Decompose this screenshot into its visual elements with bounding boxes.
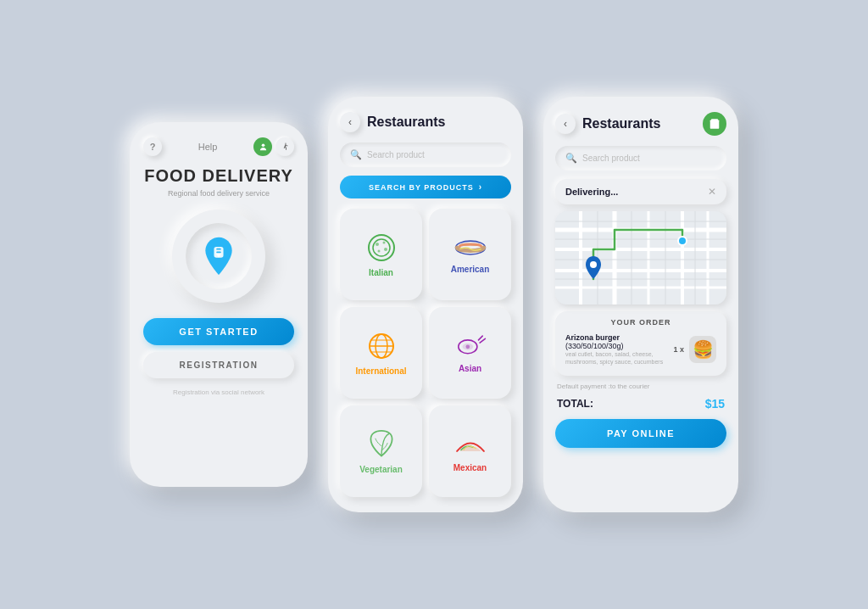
svg-line-20 bbox=[480, 338, 485, 343]
location-inner-circle bbox=[186, 223, 252, 289]
globe-icon bbox=[366, 331, 397, 361]
total-amount: $15 bbox=[705, 397, 725, 411]
screen3-search-placeholder: Search product bbox=[582, 154, 640, 163]
register-note: Registration via social network bbox=[173, 388, 264, 396]
svg-point-41 bbox=[678, 237, 687, 245]
screen3-title: Restaurants bbox=[582, 116, 696, 131]
filter-arrow-icon: › bbox=[479, 182, 482, 192]
delivering-label: Delivering... bbox=[565, 187, 618, 197]
filter-button[interactable]: SEARCH BY PRODUCTS › bbox=[340, 176, 511, 198]
screen3-search-bar[interactable]: 🔍 Search product bbox=[555, 146, 726, 170]
category-american[interactable]: American bbox=[429, 209, 511, 300]
pizza-icon bbox=[366, 232, 397, 263]
international-label: International bbox=[355, 366, 406, 376]
delivering-banner: Delivering... ✕ bbox=[555, 179, 726, 204]
screen3-header: ‹ Restaurants bbox=[555, 112, 726, 136]
search-placeholder: Search product bbox=[367, 150, 425, 159]
hotdog-icon bbox=[454, 236, 487, 260]
svg-point-8 bbox=[382, 241, 385, 243]
svg-point-0 bbox=[261, 143, 264, 147]
svg-line-19 bbox=[478, 336, 482, 340]
category-international[interactable]: International bbox=[340, 307, 422, 399]
category-mexican[interactable]: Mexican bbox=[429, 405, 511, 497]
question-button[interactable]: ? bbox=[143, 137, 162, 156]
categories-grid: Italian American bbox=[340, 209, 511, 497]
location-indicator bbox=[172, 210, 265, 303]
walk-icon[interactable] bbox=[275, 137, 294, 156]
screen2-header: ‹ Restaurants bbox=[340, 112, 511, 132]
svg-point-9 bbox=[384, 248, 387, 251]
search-icon: 🔍 bbox=[350, 149, 362, 160]
asian-label: Asian bbox=[459, 364, 481, 373]
svg-rect-4 bbox=[216, 251, 221, 253]
svg-point-42 bbox=[590, 261, 597, 268]
search-bar[interactable]: 🔍 Search product bbox=[340, 142, 511, 167]
app-title: FOOD DELIVERY bbox=[144, 166, 293, 185]
order-item-info: Arizona burger (330/50/100/30g) veal cut… bbox=[565, 333, 668, 366]
your-order-label: YOUR ORDER bbox=[565, 318, 716, 327]
vegetarian-label: Vegetarian bbox=[359, 465, 403, 474]
category-italian[interactable]: Italian bbox=[340, 209, 422, 300]
category-asian[interactable]: Asian bbox=[429, 307, 511, 399]
sushi-icon bbox=[454, 333, 487, 359]
close-button[interactable]: ✕ bbox=[708, 186, 716, 198]
screen2-title: Restaurants bbox=[367, 115, 511, 130]
order-item-name: Arizona burger bbox=[565, 333, 668, 342]
italian-label: Italian bbox=[369, 268, 393, 277]
screen3-back-button[interactable]: ‹ bbox=[555, 114, 576, 134]
payment-note: Default payment :to the courier bbox=[555, 383, 726, 390]
svg-point-21 bbox=[465, 344, 470, 349]
app-subtitle: Regional food delivery service bbox=[168, 188, 270, 199]
registration-button[interactable]: REGISTRATION bbox=[143, 352, 294, 378]
order-item-description: (330/50/100/30g) bbox=[565, 342, 668, 350]
order-item-qty: 1 x bbox=[673, 345, 684, 354]
american-label: American bbox=[451, 265, 490, 274]
total-label: TOTAL: bbox=[557, 398, 593, 410]
help-label: Help bbox=[198, 142, 218, 152]
total-row: TOTAL: $15 bbox=[555, 397, 726, 411]
svg-point-10 bbox=[377, 249, 380, 252]
mexican-label: Mexican bbox=[453, 463, 487, 472]
get-started-button[interactable]: GET STARTED bbox=[143, 318, 294, 345]
screen-3-order: ‹ Restaurants 🔍 Search product Deliverin… bbox=[543, 97, 738, 512]
screens-container: ? Help FOOD DELIVERY Regional food deliv… bbox=[130, 97, 738, 512]
back-button[interactable]: ‹ bbox=[340, 112, 360, 132]
screen3-search-icon: 🔍 bbox=[565, 153, 577, 164]
order-item: Arizona burger (330/50/100/30g) veal cut… bbox=[565, 333, 716, 366]
screen-1-welcome: ? Help FOOD DELIVERY Regional food deliv… bbox=[130, 122, 308, 487]
filter-label: SEARCH BY PRODUCTS bbox=[369, 183, 474, 192]
screen-2-restaurants: ‹ Restaurants 🔍 Search product SEARCH BY… bbox=[328, 97, 523, 512]
svg-point-6 bbox=[373, 239, 390, 256]
pay-online-button[interactable]: PAY ONLINE bbox=[555, 419, 726, 448]
user-icon[interactable] bbox=[253, 137, 272, 156]
taco-icon bbox=[454, 431, 487, 458]
category-vegetarian[interactable]: Vegetarian bbox=[340, 405, 422, 497]
location-pin-icon bbox=[201, 236, 236, 277]
order-item-sub: veal cutlet, bacon, salad, cheese, mushr… bbox=[565, 350, 668, 366]
top-icons bbox=[253, 137, 294, 156]
cart-icon[interactable] bbox=[703, 112, 726, 136]
order-item-image: 🍔 bbox=[689, 336, 716, 363]
leaf-icon bbox=[367, 429, 396, 460]
map-svg bbox=[555, 211, 726, 304]
svg-point-7 bbox=[376, 243, 379, 246]
top-bar: ? Help bbox=[143, 137, 294, 156]
svg-rect-3 bbox=[216, 248, 221, 249]
order-section: YOUR ORDER Arizona burger (330/50/100/30… bbox=[555, 311, 726, 376]
map-container bbox=[555, 211, 726, 304]
